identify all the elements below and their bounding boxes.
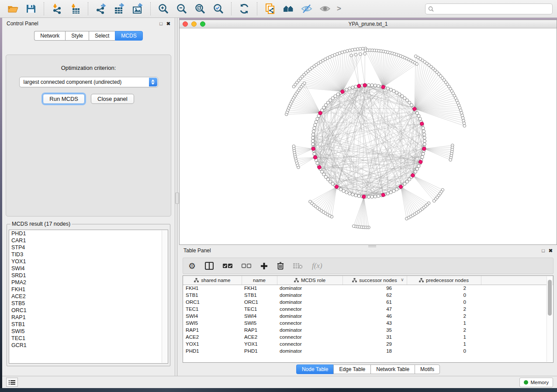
tab-network[interactable]: Network [34,31,65,41]
column-header-successor-nodes[interactable]: successor nodes∨ [343,276,407,285]
zoom-in-icon[interactable] [155,1,172,16]
optimization-criterion-select[interactable]: largest connected component (undirected) [19,77,158,87]
mcds-result-item[interactable]: RAP1 [9,314,168,321]
network-window-titlebar[interactable]: YPA_prune.txt_1 [180,20,557,28]
mcds-result-item[interactable]: TEC1 [9,335,168,342]
mcds-result-item[interactable]: CAR1 [9,237,168,244]
import-table-icon[interactable] [67,1,83,16]
mcds-result-item[interactable]: SWI5 [9,328,168,335]
mcds-result-item[interactable]: SRD1 [9,272,168,279]
run-mcds-button[interactable]: Run MCDS [43,94,85,104]
network-graph[interactable] [180,28,557,244]
table-row[interactable]: STB1STB1dominator620 [183,292,553,299]
tab-select[interactable]: Select [89,31,115,41]
toolbar-overflow-chevron[interactable]: > [335,4,343,13]
cell-successor_nodes: 35 [343,327,407,334]
tab-style[interactable]: Style [65,31,89,41]
mcds-result-item[interactable]: STP4 [9,244,168,251]
cell-shared_name: SWI5 [183,320,242,327]
export-table-icon[interactable] [111,1,128,16]
function-builder-icon[interactable]: f(x) [312,261,322,270]
table-row[interactable]: PHD1PHD1dominator180 [183,347,553,354]
float-panel-icon[interactable]: □ [159,21,163,26]
mcds-result-item[interactable]: PHD1 [9,230,168,237]
show-all-icon[interactable] [317,1,333,16]
cell-name: TEC1 [242,306,277,313]
export-network-icon[interactable] [93,1,109,16]
mcds-result-item[interactable]: PMA2 [9,279,168,286]
mcds-result-item[interactable]: TID3 [9,251,168,258]
table-row[interactable]: FKH1FKH1dominator962 [183,285,553,292]
import-network-icon[interactable] [48,1,65,16]
table-scrollbar-thumb[interactable] [548,280,552,316]
table-row[interactable]: TEC1TEC1connector472 [183,306,553,313]
table-row[interactable]: YOX1YOX1connector291 [183,340,553,347]
mcds-result-item[interactable]: GCR1 [9,342,168,349]
table-panel: Table Panel □ ✖ ⚙ [179,245,557,376]
mcds-result-item[interactable]: ORC1 [9,307,168,314]
column-header-predecessor-nodes[interactable]: predecessor nodes [407,276,481,285]
add-column-icon[interactable] [260,262,268,270]
mcds-result-item[interactable]: YOX1 [9,258,168,265]
column-header-MCDS-role[interactable]: MCDS role [277,276,343,285]
mcds-result-item[interactable]: STB1 [9,321,168,328]
mcds-result-item[interactable]: STB5 [9,300,168,307]
export-image-icon[interactable] [129,1,146,16]
search-input[interactable] [436,6,550,12]
float-table-panel-icon[interactable]: □ [542,248,545,253]
close-panel-button[interactable]: Close panel [91,94,134,104]
close-panel-icon[interactable]: ✖ [166,21,170,26]
mcds-result-item[interactable]: FKH1 [9,286,168,293]
cell-predecessor_nodes: 0 [407,299,481,306]
cell-name: SWI4 [242,313,277,320]
first-neighbors-icon[interactable] [280,1,297,16]
zoom-fit-icon[interactable] [192,1,208,16]
column-header-name[interactable]: name [242,276,277,285]
toggle-columns-icon[interactable] [205,262,214,270]
tab-node-table[interactable]: Node Table [296,364,334,374]
select-all-columns-icon[interactable] [223,264,232,268]
delete-columns-icon[interactable] [277,262,284,270]
cell-predecessor_nodes: 0 [407,292,481,299]
toolbar-separator [150,2,151,15]
cell-predecessor_nodes: 2 [407,285,481,292]
close-table-panel-icon[interactable]: ✖ [549,248,553,253]
cell-shared_name: PHD1 [183,347,242,354]
table-row[interactable]: SWI5SWI5connector431 [183,320,553,327]
refresh-view-icon[interactable] [236,1,253,16]
tab-mcds[interactable]: MCDS [115,31,142,41]
delete-table-icon[interactable] [293,263,303,269]
tab-network-table[interactable]: Network Table [370,364,415,374]
divider-grip[interactable] [175,193,179,204]
table-row[interactable]: ORC1ORC1dominator610 [183,299,553,306]
tab-edge-table[interactable]: Edge Table [333,364,370,374]
cell-mcds_role: connector [277,320,343,327]
search-box [425,3,553,14]
table-row[interactable]: SWI4SWI4dominator462 [183,313,553,320]
unselect-all-columns-icon[interactable] [242,264,251,268]
mcds-result-item[interactable]: ACE2 [9,293,168,300]
cell-shared_name: FKH1 [183,285,242,292]
zoom-selected-icon[interactable] [210,1,227,16]
clone-network-icon[interactable] [262,1,278,16]
memory-button[interactable]: Memory [519,378,553,387]
cell-mcds_role: connector [277,340,343,347]
network-canvas[interactable] [180,28,557,244]
task-history-button[interactable] [6,378,18,387]
table-scrollbar[interactable] [547,276,553,362]
save-session-icon[interactable] [23,1,39,16]
table-row[interactable]: RAP1RAP1dominator352 [183,327,553,334]
cell-successor_nodes: 47 [343,306,407,313]
zoom-out-icon[interactable] [173,1,190,16]
table-panel-grip[interactable] [368,245,376,247]
table-row[interactable]: ACE2ACE2connector311 [183,334,553,340]
mcds-result-item[interactable]: SWI4 [9,265,168,272]
open-file-icon[interactable] [4,1,21,16]
mcds-list-scrollbar[interactable] [162,230,167,363]
column-header-shared-name[interactable]: shared name [183,276,242,285]
control-panel: Control Panel □ ✖ Network Style Select M… [2,18,175,376]
hide-selected-icon[interactable] [298,1,315,16]
cell-mcds_role: connector [277,306,343,313]
table-settings-gear-icon[interactable]: ⚙ [188,262,196,270]
tab-motifs[interactable]: Motifs [415,364,440,374]
